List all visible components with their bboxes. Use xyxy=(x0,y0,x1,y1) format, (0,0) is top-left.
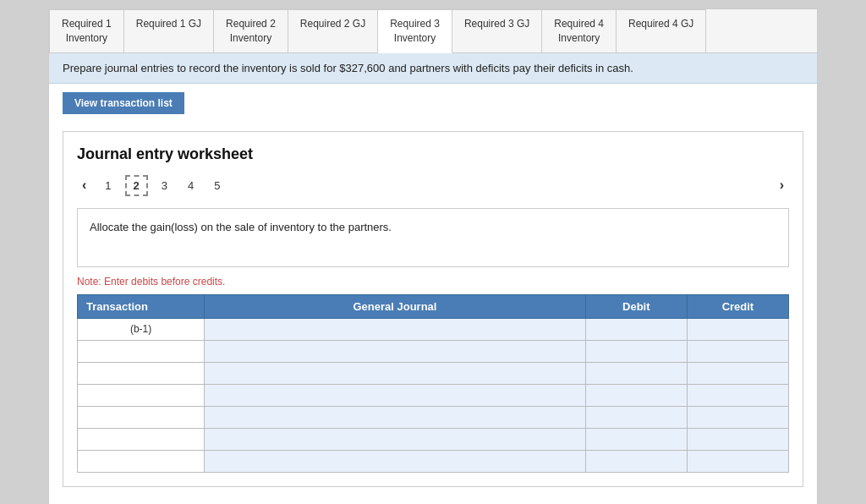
credit-input-5[interactable] xyxy=(687,406,788,428)
gj-field-4[interactable] xyxy=(205,385,585,406)
prev-page-arrow[interactable]: ‹ xyxy=(77,176,91,194)
general-journal-input-3[interactable] xyxy=(205,362,586,384)
credit-input-3[interactable] xyxy=(687,362,788,384)
page-5[interactable]: 5 xyxy=(207,177,227,194)
credit-input-6[interactable] xyxy=(687,428,788,450)
gj-field-5[interactable] xyxy=(205,407,585,428)
tab-required-2-gj[interactable]: Required 2 GJ xyxy=(288,9,378,52)
bottom-buttons: Record entry Clear entry View general jo… xyxy=(49,496,817,504)
transaction-label-3 xyxy=(78,362,205,384)
table-row: (b-1) xyxy=(78,318,789,340)
instruction-text: Prepare journal entries to record the in… xyxy=(63,62,633,74)
general-journal-input-7[interactable] xyxy=(205,450,586,472)
debit-input-2[interactable] xyxy=(585,340,687,362)
transaction-label-4 xyxy=(78,384,205,406)
debit-field-6[interactable] xyxy=(586,429,687,450)
transaction-label-1: (b-1) xyxy=(78,318,205,340)
table-row xyxy=(78,384,789,406)
table-row xyxy=(78,406,789,428)
debit-field-2[interactable] xyxy=(586,341,687,362)
worksheet-title: Journal entry worksheet xyxy=(77,145,789,163)
journal-table: Transaction General Journal Debit Credit… xyxy=(77,294,789,473)
general-journal-input-6[interactable] xyxy=(205,428,586,450)
credit-field-1[interactable] xyxy=(688,319,788,340)
tab-required-1-inventory[interactable]: Required 1Inventory xyxy=(49,9,124,52)
gj-field-1[interactable] xyxy=(205,319,585,340)
debit-input-7[interactable] xyxy=(585,450,687,472)
page-2[interactable]: 2 xyxy=(125,175,148,196)
gj-field-3[interactable] xyxy=(205,363,585,384)
debit-field-7[interactable] xyxy=(586,451,687,472)
credit-field-2[interactable] xyxy=(688,341,788,362)
credit-input-7[interactable] xyxy=(687,450,788,472)
transaction-label-2 xyxy=(78,340,205,362)
col-debit: Debit xyxy=(585,294,687,318)
tab-required-4-inventory[interactable]: Required 4Inventory xyxy=(542,9,617,52)
col-credit: Credit xyxy=(687,294,788,318)
gj-field-7[interactable] xyxy=(205,451,585,472)
credit-field-5[interactable] xyxy=(688,407,788,428)
debit-field-4[interactable] xyxy=(586,385,687,406)
debit-input-6[interactable] xyxy=(585,428,687,450)
debit-field-3[interactable] xyxy=(586,363,687,384)
credit-field-7[interactable] xyxy=(688,451,788,472)
general-journal-input-4[interactable] xyxy=(205,384,586,406)
tab-required-2-inventory[interactable]: Required 2Inventory xyxy=(214,9,288,52)
table-row xyxy=(78,428,789,450)
col-transaction: Transaction xyxy=(78,294,205,318)
general-journal-input-5[interactable] xyxy=(205,406,586,428)
view-transaction-button[interactable]: View transaction list xyxy=(63,92,184,114)
transaction-label-6 xyxy=(78,428,205,450)
general-journal-input-1[interactable] xyxy=(205,318,586,340)
instruction-box-text: Allocate the gain(loss) on the sale of i… xyxy=(90,221,392,233)
debit-field-5[interactable] xyxy=(586,407,687,428)
transaction-label-7 xyxy=(78,450,205,472)
tab-required-4-gj[interactable]: Required 4 GJ xyxy=(617,9,706,52)
table-row xyxy=(78,362,789,384)
next-page-arrow[interactable]: › xyxy=(775,176,789,194)
general-journal-input-2[interactable] xyxy=(205,340,586,362)
table-row xyxy=(78,450,789,472)
page-3[interactable]: 3 xyxy=(155,177,174,194)
col-general-journal: General Journal xyxy=(205,294,586,318)
instruction-bar: Prepare journal entries to record the in… xyxy=(49,53,817,84)
page-1[interactable]: 1 xyxy=(98,177,118,194)
table-row xyxy=(78,340,789,362)
credit-input-2[interactable] xyxy=(687,340,788,362)
note-text: Note: Enter debits before credits. xyxy=(77,276,789,288)
debit-input-1[interactable] xyxy=(585,318,687,340)
credit-input-4[interactable] xyxy=(687,384,788,406)
credit-field-3[interactable] xyxy=(688,363,788,384)
transaction-label-5 xyxy=(78,406,205,428)
worksheet-container: Journal entry worksheet ‹ 1 2 3 4 5 › Al… xyxy=(63,131,803,487)
page-navigation: ‹ 1 2 3 4 5 › xyxy=(77,175,789,196)
tab-required-3-inventory[interactable]: Required 3Inventory xyxy=(378,9,452,53)
debit-input-4[interactable] xyxy=(585,384,687,406)
tabs-bar: Required 1Inventory Required 1 GJ Requir… xyxy=(49,9,817,53)
gj-field-6[interactable] xyxy=(205,429,585,450)
instruction-box: Allocate the gain(loss) on the sale of i… xyxy=(77,208,789,267)
gj-field-2[interactable] xyxy=(205,341,585,362)
credit-input-1[interactable] xyxy=(687,318,788,340)
credit-field-4[interactable] xyxy=(688,385,788,406)
tab-required-3-gj[interactable]: Required 3 GJ xyxy=(452,9,542,52)
debit-field-1[interactable] xyxy=(586,319,687,340)
tab-required-1-gj[interactable]: Required 1 GJ xyxy=(124,9,214,52)
debit-input-3[interactable] xyxy=(585,362,687,384)
page-4[interactable]: 4 xyxy=(181,177,200,194)
debit-input-5[interactable] xyxy=(585,406,687,428)
main-container: Required 1Inventory Required 1 GJ Requir… xyxy=(48,8,818,504)
credit-field-6[interactable] xyxy=(688,429,788,450)
